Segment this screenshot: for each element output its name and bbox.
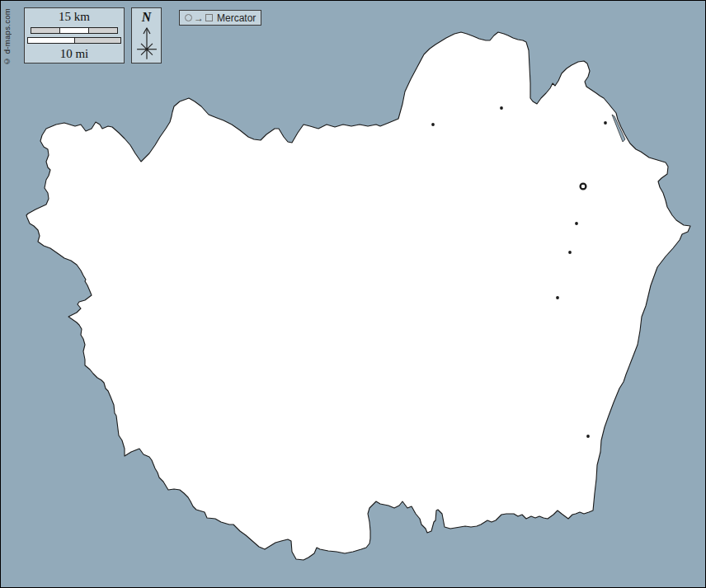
scale-km-label: 15 km <box>59 10 90 24</box>
map-canvas <box>1 1 706 588</box>
projection-legend: → Mercator <box>179 10 261 26</box>
scale-bar-segment <box>74 38 121 43</box>
town-dot-marker <box>586 435 590 438</box>
arrow-right-icon: → <box>194 13 204 23</box>
circle-icon <box>185 14 192 21</box>
scale-bar-segment <box>88 28 117 33</box>
town-dot-marker <box>568 251 572 254</box>
north-arrow-icon <box>134 25 160 63</box>
town-dot-marker <box>604 121 607 125</box>
dmaps-credit: © d-maps.com <box>2 8 12 66</box>
city-ring-marker <box>581 184 586 190</box>
scale-bar-segment <box>28 38 74 43</box>
town-dot-marker <box>556 296 559 299</box>
scale-mi-bar <box>27 37 121 44</box>
town-dot-marker <box>500 106 503 110</box>
scale-km-bar <box>31 27 118 34</box>
compass-panel: N <box>131 7 162 64</box>
scale-mi-label: 10 mi <box>60 47 89 61</box>
scale-bar-panel: 15 km 10 mi <box>24 7 125 64</box>
town-dot-marker <box>575 222 578 225</box>
north-label: N <box>142 10 152 25</box>
landmass-outline <box>26 32 690 560</box>
square-icon <box>205 14 213 21</box>
scale-bar-segment <box>59 28 88 33</box>
projection-label: Mercator <box>217 12 256 24</box>
scale-bar-segment <box>31 28 59 33</box>
town-dot-marker <box>431 123 435 126</box>
